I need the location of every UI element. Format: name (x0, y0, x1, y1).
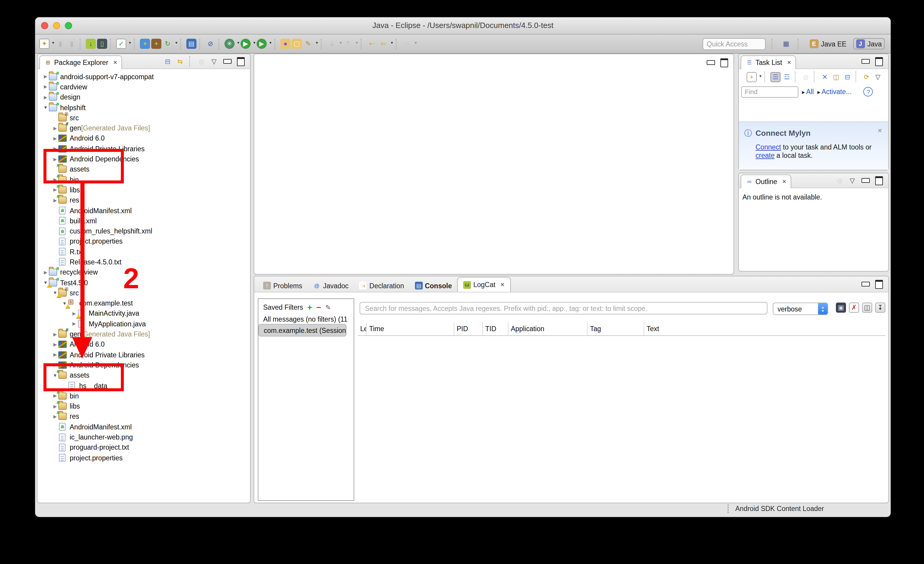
tree-item-android-6-0[interactable]: Android 6.0 (38, 339, 250, 350)
tree-collapsed-arrow-icon[interactable] (42, 74, 49, 79)
perspective-java-ee[interactable]: E Java EE (807, 38, 850, 50)
tree-item-recyclerview[interactable]: recyclerview (38, 267, 250, 278)
column-header-pid[interactable]: PID (454, 322, 482, 335)
tree-item-androidmanifest-xml[interactable]: AndroidManifest.xml (38, 206, 250, 216)
android-sdk-manager-button[interactable]: ↓ (86, 39, 96, 49)
dismiss-icon[interactable] (877, 128, 882, 134)
collapse-all-button[interactable]: ⊟ (162, 56, 172, 66)
column-header-application[interactable]: Application (508, 322, 587, 335)
collapse-all-button[interactable]: ⊟ (842, 72, 852, 82)
android-refresh-button[interactable]: ↻ (162, 39, 172, 49)
tree-expanded-arrow-icon[interactable] (52, 290, 58, 296)
new-task-button[interactable]: + (747, 72, 757, 82)
tab-outline[interactable]: ≔ Outline (741, 174, 791, 188)
add-filter-button[interactable]: + (307, 302, 312, 312)
activate-link[interactable]: Activate... (818, 88, 852, 95)
new-test-button[interactable]: ✓ (116, 39, 126, 49)
tree-item-com-example-test[interactable]: com.example.test (38, 298, 250, 308)
tree-item-r-txt[interactable]: R.txt (38, 247, 250, 257)
tree-item-android-support-v7-appcompat[interactable]: android-support-v7-appcompat (38, 71, 250, 82)
tree-item-custom-rules-helpshift-xml[interactable]: custom_rules_helpshift.xml (38, 226, 250, 236)
logcat-search-input[interactable] (360, 302, 767, 314)
minimize-button[interactable] (861, 282, 870, 286)
new-android-project-button[interactable]: + (151, 39, 161, 49)
create-link[interactable]: create (756, 152, 775, 159)
tree-item-android-6-0[interactable]: Android 6.0 (38, 134, 250, 144)
tree-item-project-properties[interactable]: project.properties (38, 236, 250, 247)
view-menu-chevron[interactable]: ▽ (847, 175, 857, 185)
new-android-xml-button[interactable]: + (140, 39, 150, 49)
maximize-button[interactable] (720, 58, 728, 67)
close-icon[interactable] (113, 59, 118, 65)
log-level-select[interactable]: verbose ▲▼ (773, 302, 828, 315)
tree-item-src[interactable]: src (38, 113, 250, 123)
tree-item-androidmanifest-xml[interactable]: AndroidManifest.xml (38, 422, 250, 432)
tree-item-helpshift[interactable]: helpshift (38, 102, 250, 113)
tree-expanded-arrow-icon[interactable] (42, 105, 49, 110)
maximize-button[interactable] (875, 176, 883, 185)
column-header-time[interactable]: Time (366, 322, 454, 335)
link-with-editor-button[interactable]: ⇆ (175, 56, 185, 66)
search-flashlight-button[interactable]: ⊘ (206, 39, 216, 49)
tree-collapsed-arrow-icon[interactable] (42, 84, 49, 90)
minimize-button[interactable] (861, 59, 870, 64)
filter-completed-button[interactable]: ✕ (820, 72, 830, 82)
tree-expanded-arrow-icon[interactable] (42, 280, 49, 285)
debug-button[interactable]: ✳ (225, 39, 235, 49)
column-header-tid[interactable]: TID (482, 322, 508, 335)
find-input[interactable] (741, 86, 798, 97)
run-button[interactable]: ▶ (240, 39, 250, 49)
avd-manager-button[interactable]: ▯ (97, 39, 107, 49)
last-edit-location-button[interactable]: ⇠ (367, 39, 377, 49)
new-wizard-button[interactable]: ✦ (39, 39, 50, 49)
view-menu-chevron[interactable]: ▽ (209, 56, 219, 66)
toggle-filters-pane-button[interactable]: ◫ (862, 302, 872, 313)
synchronize-button[interactable]: ⟳ (861, 72, 872, 82)
tree-item-test4-5-0[interactable]: Test4.5.0 (38, 278, 250, 288)
tree-collapsed-arrow-icon[interactable] (52, 331, 58, 337)
tree-item-android-private-libraries[interactable]: Android Private Libraries (38, 350, 250, 360)
minimize-button[interactable] (223, 59, 232, 64)
filter-item[interactable]: All messages (no filters) (11 (258, 314, 354, 324)
tab-package-explorer[interactable]: ⊞ Package Explorer (39, 55, 122, 69)
tree-collapsed-arrow-icon[interactable] (52, 352, 58, 357)
tree-item-project-properties[interactable]: project.properties (38, 453, 250, 463)
tree-item-build-xml[interactable]: build.xml (38, 216, 250, 226)
tree-item-res[interactable]: res (38, 412, 250, 422)
tree-item-cardview[interactable]: cardview (38, 82, 250, 92)
hide-people-button[interactable]: ◫ (831, 72, 841, 82)
maximize-button[interactable] (237, 57, 245, 66)
column-header-text[interactable]: Text (644, 322, 885, 335)
open-perspective-button[interactable]: ▦ (781, 39, 791, 49)
quick-access-input[interactable] (702, 38, 766, 50)
edit-filter-button[interactable]: ✎ (326, 304, 331, 311)
tree-expanded-arrow-icon[interactable] (62, 301, 68, 306)
tab-console[interactable]: ▤Console (409, 279, 457, 292)
tree-collapsed-arrow-icon[interactable] (52, 125, 58, 131)
import-folder-button[interactable]: ▢ (292, 39, 302, 49)
tree-collapsed-arrow-icon[interactable] (42, 95, 49, 100)
tab-problems[interactable]: !Problems (258, 279, 308, 292)
column-header-le[interactable]: Le (358, 322, 366, 335)
tree-collapsed-arrow-icon[interactable] (52, 136, 58, 141)
close-icon[interactable] (782, 178, 786, 184)
close-icon[interactable] (787, 59, 792, 65)
connect-link[interactable]: Connect (756, 143, 781, 151)
column-header-tag[interactable]: Tag (587, 322, 644, 335)
tab-javadoc[interactable]: @Javadoc (308, 279, 354, 292)
tree-item-libs[interactable]: libs (38, 401, 250, 412)
highlighter-button[interactable]: ✎ (303, 39, 313, 49)
back-button[interactable]: ⇦ (378, 39, 388, 49)
tree-item-proguard-project-txt[interactable]: proguard-project.txt (38, 442, 250, 453)
tree-collapsed-arrow-icon[interactable] (52, 342, 58, 347)
minimize-button[interactable] (861, 178, 870, 183)
filter-item[interactable]: com.example.test (Session (258, 324, 346, 337)
close-icon[interactable] (500, 282, 505, 288)
tab-task-list[interactable]: ☰ Task List (741, 55, 796, 69)
remove-filter-button[interactable]: − (316, 302, 321, 312)
tree-item-ic-launcher-web-png[interactable]: ic_launcher-web.png (38, 432, 250, 442)
open-task-folder-button[interactable]: ● (280, 39, 291, 49)
tree-item-bin[interactable]: bin (38, 391, 250, 401)
run-external-tools-button[interactable]: ▶ (256, 39, 267, 49)
logcat-table-body[interactable] (358, 338, 885, 498)
